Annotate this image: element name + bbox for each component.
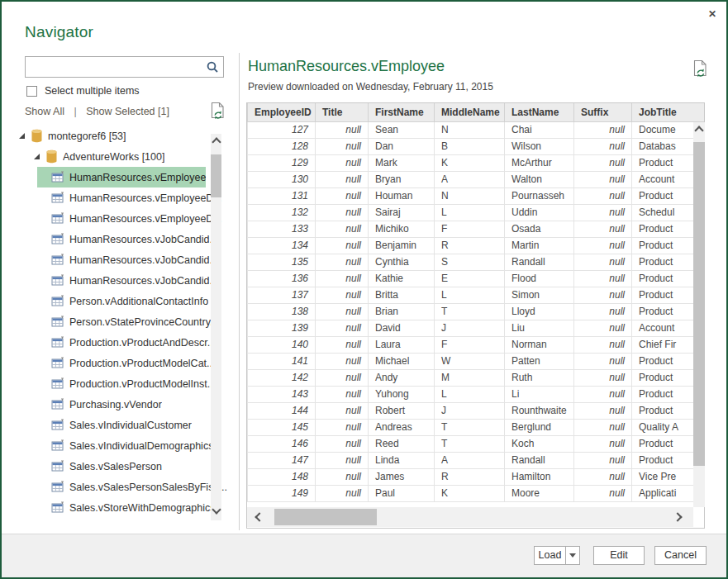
search-icon[interactable] (206, 60, 220, 78)
table-row: 132nullSairajLUddinnullSchedul (248, 204, 706, 221)
column-header: FirstName (369, 103, 435, 121)
tree-item[interactable]: Sales.vSalesPersonSalesByFisc... (2, 477, 237, 497)
table-cell: null (574, 369, 632, 386)
table-hscrollbar-thumb[interactable] (274, 509, 377, 525)
expander-icon[interactable] (34, 154, 40, 159)
preview-refresh-icon[interactable] (692, 59, 708, 81)
table-cell: null (316, 287, 369, 303)
preview-subtitle: Preview downloaded on Wednesday, Februar… (248, 81, 493, 93)
tree-item[interactable]: Production.vProductModelCat... (2, 353, 237, 373)
table-row: 130nullBryanAWaltonnullAccount (248, 171, 706, 187)
table-cell: Osada (505, 221, 574, 237)
tree-node-label: AdventureWorks [100] (63, 151, 164, 163)
table-cell: null (316, 386, 369, 402)
expander-icon[interactable] (19, 133, 25, 139)
table-cell: null (316, 138, 369, 154)
table-cell: null (574, 386, 632, 402)
tree-item[interactable]: Sales.vSalesPerson (2, 456, 237, 477)
filter-links: Show All | Show Selected [1] (25, 106, 169, 117)
table-row: 143nullYuhongLLinullProduct (248, 386, 706, 402)
tree-item[interactable]: Person.vStateProvinceCountry... (2, 311, 237, 332)
cancel-button[interactable]: Cancel (654, 546, 707, 565)
database-icon (45, 149, 58, 164)
table-cell: null (316, 320, 369, 336)
tree-item[interactable]: HumanResources.vEmployeeD... (2, 187, 237, 208)
table-cell: Uddin (505, 204, 574, 221)
tree-item[interactable]: HumanResources.vJobCandid... (2, 249, 237, 270)
table-row: 141nullMichaelWPattennullProduct (248, 353, 706, 369)
table-cell: Michiko (369, 221, 435, 237)
table-row: 127nullSeanNChainullDocume (248, 121, 706, 138)
table-cell: Yuhong (369, 386, 435, 402)
edit-button[interactable]: Edit (593, 546, 645, 565)
table-cell: 137 (248, 287, 316, 303)
table-row: 136nullKathieEFloodnullProduct (248, 270, 706, 287)
tree-item[interactable]: Production.vProductAndDescr... (2, 332, 237, 353)
view-icon (51, 295, 64, 307)
search-input[interactable] (29, 58, 202, 76)
select-multiple-label: Select multiple items (45, 85, 140, 97)
tree-node-server[interactable]: montegoref6 [53] (2, 126, 237, 146)
table-cell: null (574, 121, 632, 138)
table-row: 131nullHoumanNPournassehnullProduct (248, 187, 706, 204)
table-cell: 127 (248, 121, 316, 138)
tree-item[interactable]: HumanResources.vJobCandid... (2, 270, 237, 291)
tree-scrollbar-thumb[interactable] (211, 154, 221, 197)
table-cell: Berglund (505, 419, 574, 435)
table-cell: Norman (505, 336, 574, 353)
table-cell: Flood (505, 270, 574, 287)
table-cell: Sean (369, 121, 435, 138)
tree-item[interactable]: Sales.vIndividualCustomer (2, 415, 237, 435)
table-cell: 138 (248, 303, 316, 320)
tree-item[interactable]: HumanResources.vEmployee (37, 167, 206, 187)
table-cell: null (316, 468, 369, 485)
table-cell: J (435, 320, 505, 336)
table-cell: null (316, 237, 369, 254)
table-cell: L (435, 386, 505, 402)
column-header: LastName (505, 103, 574, 121)
tree-item[interactable]: Production.vProductModelInst... (2, 373, 237, 394)
tree-node-label: montegoref6 [53] (48, 131, 126, 142)
table-cell: null (574, 320, 632, 336)
table-cell: 134 (248, 237, 316, 254)
table-cell: 128 (248, 138, 316, 154)
tree-node-database[interactable]: AdventureWorks [100] (2, 146, 237, 167)
table-cell: null (574, 336, 632, 353)
table-cell: null (316, 402, 369, 419)
table-cell: null (574, 254, 632, 270)
view-icon (51, 316, 64, 328)
table-cell: 142 (248, 369, 316, 386)
tree-item-label: Person.vAdditionalContactInfo (69, 296, 208, 307)
table-cell: Pournasseh (505, 187, 574, 204)
tree-item[interactable]: Sales.vIndividualDemographics (2, 435, 237, 456)
table-vscrollbar-thumb[interactable] (693, 142, 705, 466)
table-cell: Walton (505, 171, 574, 187)
close-icon[interactable]: ✕ (706, 7, 719, 21)
column-header: Title (316, 103, 369, 121)
load-button[interactable]: Load (534, 546, 565, 565)
table-row: 135nullCynthiaSRandallnullProduct (248, 254, 706, 270)
table-row: 148nullJamesRHamiltonnullVice Pre (248, 468, 706, 485)
table-cell: J (435, 402, 505, 419)
tree-item[interactable]: Sales.vStoreWithDemographics (2, 497, 237, 518)
table-cell: Chai (505, 121, 574, 138)
table-cell: Wilson (505, 138, 574, 154)
pane-divider (239, 53, 240, 530)
tree-refresh-icon[interactable] (210, 102, 226, 123)
table-cell: null (574, 353, 632, 369)
table-cell: T (435, 435, 505, 452)
tree-item[interactable]: Purchasing.vVendor (2, 394, 237, 415)
tree-item[interactable]: HumanResources.vEmployeeD... (2, 208, 237, 229)
table-cell: 136 (248, 270, 316, 287)
load-dropdown-button[interactable] (565, 546, 580, 565)
show-all-link[interactable]: Show All (25, 106, 64, 117)
tree-item[interactable]: AWBuildVersion (2, 518, 237, 520)
show-selected-link[interactable]: Show Selected [1] (86, 106, 169, 117)
table-cell: M (435, 369, 505, 386)
table-cell: Martin (505, 237, 574, 254)
table-cell: null (316, 221, 369, 237)
select-multiple-checkbox[interactable] (26, 86, 37, 97)
table-cell: James (369, 468, 435, 485)
tree-item[interactable]: HumanResources.vJobCandid... (2, 229, 237, 249)
tree-item[interactable]: Person.vAdditionalContactInfo (2, 291, 237, 311)
